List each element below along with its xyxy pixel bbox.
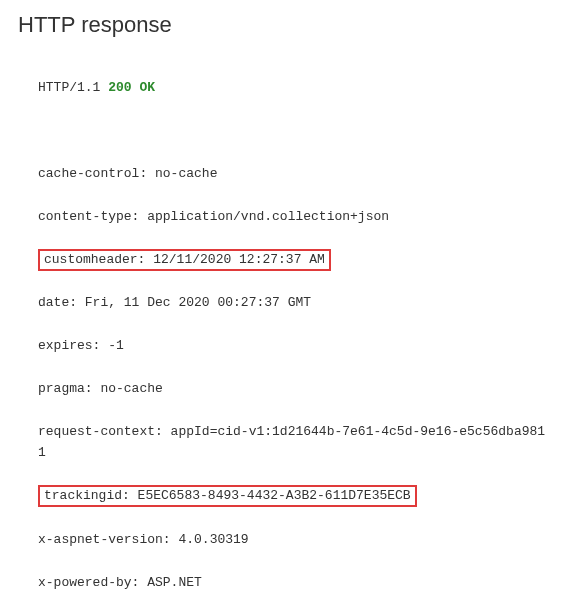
status-code: 200 OK [108,80,155,95]
header-date: date: Fri, 11 Dec 2020 00:27:37 GMT [38,292,547,313]
header-request-context: request-context: appId=cid-v1:1d21644b-7… [38,421,547,464]
header-expires: expires: -1 [38,335,547,356]
header-pragma: pragma: no-cache [38,378,547,399]
header-content-type: content-type: application/vnd.collection… [38,206,547,227]
page-title: HTTP response [18,12,547,38]
http-response-block: HTTP/1.1 200 OK cache-control: no-cache … [18,56,547,591]
header-cache-control: cache-control: no-cache [38,163,547,184]
header-x-aspnet-version: x-aspnet-version: 4.0.30319 [38,529,547,550]
protocol-text: HTTP/1.1 [38,80,100,95]
header-trackingid-highlighted: trackingid: E5EC6583-8493-4432-A3B2-611D… [38,485,417,507]
status-line: HTTP/1.1 200 OK [38,77,547,98]
header-customheader-highlighted: customheader: 12/11/2020 12:27:37 AM [38,249,331,271]
header-x-powered-by: x-powered-by: ASP.NET [38,572,547,591]
